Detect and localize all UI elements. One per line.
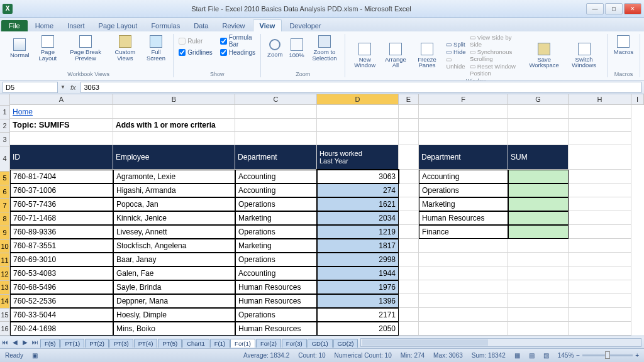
cell[interactable]	[399, 132, 419, 145]
table-header[interactable]: Department	[419, 145, 508, 170]
cell[interactable]: 2034	[317, 211, 399, 225]
cell[interactable]	[317, 119, 399, 132]
cell[interactable]: 1621	[317, 197, 399, 211]
sheet-tab[interactable]: GD(2)	[333, 339, 358, 348]
cell[interactable]	[508, 211, 569, 225]
cell[interactable]	[508, 280, 569, 294]
table-header[interactable]: Hours workedLast Year	[317, 145, 399, 170]
cell[interactable]	[419, 308, 508, 322]
cell[interactable]	[569, 294, 631, 308]
cell[interactable]	[569, 253, 631, 266]
row-header[interactable]: 6	[0, 185, 9, 199]
cell[interactable]: Finance	[419, 225, 508, 239]
table-header[interactable]: SUM	[508, 145, 569, 170]
cell[interactable]: 760-37-1006	[10, 184, 113, 197]
cell[interactable]	[419, 280, 508, 294]
cell[interactable]	[569, 322, 631, 336]
cell[interactable]: 1817	[317, 239, 399, 253]
cell[interactable]: Kinnick, Jenice	[113, 211, 235, 225]
sheet-tab[interactable]: For(1)	[230, 339, 255, 348]
zoom-out-button[interactable]: −	[576, 352, 580, 359]
cell[interactable]: Agramonte, Lexie	[113, 170, 235, 184]
cell[interactable]	[317, 105, 399, 118]
cell[interactable]: Human Resources	[235, 280, 317, 294]
cell[interactable]: Accounting	[235, 266, 317, 280]
cell[interactable]: Deppner, Mana	[113, 294, 235, 308]
cell[interactable]	[419, 132, 508, 145]
cell[interactable]	[399, 211, 419, 225]
cell[interactable]: Topic: SUMIFS	[10, 119, 113, 132]
cell[interactable]	[508, 119, 569, 132]
tab-data[interactable]: Data	[187, 20, 214, 31]
cell[interactable]	[399, 322, 419, 336]
arrange-all-button[interactable]: Arrange All	[383, 41, 408, 70]
cell[interactable]	[399, 280, 419, 294]
cell[interactable]: Human Resources	[235, 322, 317, 336]
cell[interactable]	[508, 253, 569, 266]
page-layout-button[interactable]: Page Layout	[35, 34, 61, 62]
cell[interactable]	[399, 225, 419, 239]
row-header[interactable]: 10	[0, 240, 9, 254]
cell[interactable]	[569, 197, 631, 211]
cell[interactable]: 760-81-7404	[10, 170, 113, 184]
cell[interactable]	[399, 197, 419, 211]
headings-checkbox[interactable]: Headings	[220, 49, 255, 56]
tab-review[interactable]: Review	[216, 20, 251, 31]
cell[interactable]: 760-52-2536	[10, 294, 113, 308]
cell[interactable]: Accounting	[235, 170, 317, 184]
table-header[interactable]: ID	[10, 145, 113, 170]
cell[interactable]: 274	[317, 184, 399, 197]
sheet-tab[interactable]: For(2)	[256, 339, 281, 348]
cell[interactable]	[419, 105, 508, 118]
cell[interactable]: 760-69-3010	[10, 253, 113, 266]
cell[interactable]	[399, 253, 419, 266]
row-header[interactable]: 1	[0, 106, 9, 119]
dropdown-icon[interactable]: ▼	[60, 84, 65, 90]
cell[interactable]: 3063	[317, 170, 399, 184]
zoom-selection-button[interactable]: Zoom to Selection	[309, 34, 340, 62]
cell[interactable]: 760-71-1468	[10, 211, 113, 225]
cell[interactable]	[508, 197, 569, 211]
cell[interactable]: Operations	[419, 184, 508, 197]
formula-bar[interactable]	[80, 82, 641, 93]
full-screen-button[interactable]: Full Screen	[144, 34, 169, 62]
row-header[interactable]: 9	[0, 226, 9, 240]
cell[interactable]	[419, 119, 508, 132]
freeze-panes-button[interactable]: Freeze Panes	[412, 41, 443, 70]
cell[interactable]	[113, 105, 235, 118]
cell[interactable]: 2171	[317, 308, 399, 322]
cell[interactable]	[419, 239, 508, 253]
table-header[interactable]: Employee	[113, 145, 235, 170]
sheet-tab[interactable]: F(5)	[40, 339, 60, 348]
cell[interactable]	[508, 294, 569, 308]
cell[interactable]: Hoesly, Dimple	[113, 308, 235, 322]
cell[interactable]: 760-24-1698	[10, 322, 113, 336]
cell[interactable]	[419, 322, 508, 336]
tab-developer[interactable]: Developer	[283, 20, 327, 31]
prev-sheet-button[interactable]: ◀	[10, 337, 20, 348]
fx-icon[interactable]: fx	[68, 84, 79, 91]
sheet-tab[interactable]: PT(4)	[134, 339, 158, 348]
gridlines-checkbox[interactable]: Gridlines	[179, 49, 212, 56]
cell[interactable]: Accounting	[235, 184, 317, 197]
record-macro-icon[interactable]: ▣	[32, 352, 38, 359]
tab-home[interactable]: Home	[29, 20, 60, 31]
cell[interactable]	[569, 119, 631, 132]
split-button[interactable]: ▭ Split	[446, 41, 466, 48]
col-header[interactable]: B	[113, 94, 235, 105]
cell[interactable]	[508, 225, 569, 239]
cell[interactable]	[569, 184, 631, 197]
horizontal-scrollbar[interactable]	[360, 338, 641, 347]
tab-view[interactable]: View	[253, 19, 282, 31]
cell[interactable]: Operations	[235, 197, 317, 211]
file-tab[interactable]: File	[1, 20, 28, 31]
view-layout-icon[interactable]: ▤	[529, 352, 535, 359]
cell[interactable]: Marketing	[419, 197, 508, 211]
cell[interactable]: Operations	[235, 308, 317, 322]
cell[interactable]: Sayle, Brinda	[113, 280, 235, 294]
sheet-tab[interactable]: GD(1)	[308, 339, 333, 348]
cell[interactable]	[508, 105, 569, 118]
view-break-icon[interactable]: ▧	[543, 352, 549, 359]
cell[interactable]: 1219	[317, 225, 399, 239]
row-header[interactable]: 12	[0, 267, 9, 281]
